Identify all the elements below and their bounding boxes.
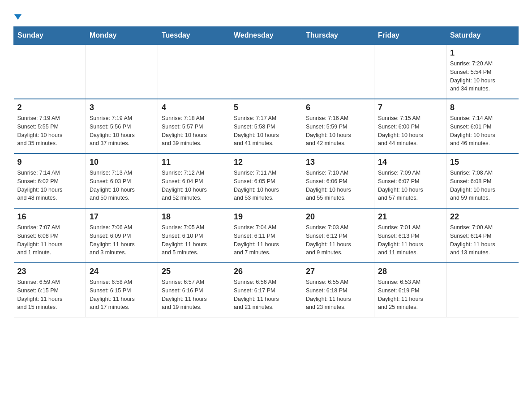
cell-info-text: Sunrise: 7:07 AMSunset: 6:08 PMDaylight:… (17, 223, 82, 257)
calendar-cell (86, 44, 158, 99)
calendar-cell: 1Sunrise: 7:20 AMSunset: 5:54 PMDaylight… (446, 44, 519, 99)
calendar-cell: 20Sunrise: 7:03 AMSunset: 6:12 PMDayligh… (302, 208, 374, 263)
calendar-cell: 19Sunrise: 7:04 AMSunset: 6:11 PMDayligh… (230, 208, 302, 263)
logo (13, 9, 21, 22)
cell-info-text: Sunrise: 7:03 AMSunset: 6:12 PMDaylight:… (306, 223, 370, 257)
cell-info-text: Sunrise: 7:18 AMSunset: 5:57 PMDaylight:… (162, 114, 226, 148)
cell-day-number: 27 (306, 267, 370, 276)
calendar-cell (446, 263, 519, 317)
calendar-cell: 9Sunrise: 7:14 AMSunset: 6:02 PMDaylight… (14, 154, 86, 208)
cell-info-text: Sunrise: 7:11 AMSunset: 6:05 PMDaylight:… (234, 169, 298, 202)
cell-info-text: Sunrise: 6:55 AMSunset: 6:18 PMDaylight:… (306, 278, 370, 312)
calendar-cell: 8Sunrise: 7:14 AMSunset: 6:01 PMDaylight… (446, 99, 519, 154)
logo-text (13, 11, 21, 22)
cell-info-text: Sunrise: 7:14 AMSunset: 6:01 PMDaylight:… (450, 114, 515, 148)
cell-day-number: 3 (90, 103, 154, 112)
calendar-table: SundayMondayTuesdayWednesdayThursdayFrid… (13, 26, 519, 317)
cell-info-text: Sunrise: 6:56 AMSunset: 6:17 PMDaylight:… (234, 278, 298, 312)
cell-info-text: Sunrise: 7:14 AMSunset: 6:02 PMDaylight:… (17, 169, 82, 202)
cell-day-number: 22 (450, 212, 515, 222)
calendar-cell (374, 44, 446, 99)
calendar-cell: 22Sunrise: 7:00 AMSunset: 6:14 PMDayligh… (446, 208, 519, 263)
cell-info-text: Sunrise: 6:58 AMSunset: 6:15 PMDaylight:… (90, 278, 154, 312)
calendar-cell: 13Sunrise: 7:10 AMSunset: 6:06 PMDayligh… (302, 154, 374, 208)
day-header-sunday: Sunday (14, 27, 86, 45)
calendar-cell: 7Sunrise: 7:15 AMSunset: 6:00 PMDaylight… (374, 99, 446, 154)
calendar-cell: 26Sunrise: 6:56 AMSunset: 6:17 PMDayligh… (230, 263, 302, 317)
calendar-week-3: 16Sunrise: 7:07 AMSunset: 6:08 PMDayligh… (14, 208, 519, 263)
day-header-friday: Friday (374, 27, 446, 45)
calendar-cell: 15Sunrise: 7:08 AMSunset: 6:08 PMDayligh… (446, 154, 519, 208)
cell-info-text: Sunrise: 7:19 AMSunset: 5:56 PMDaylight:… (90, 114, 154, 148)
calendar-cell (158, 44, 230, 99)
calendar-body: 1Sunrise: 7:20 AMSunset: 5:54 PMDaylight… (14, 44, 519, 317)
calendar-week-4: 23Sunrise: 6:59 AMSunset: 6:15 PMDayligh… (14, 263, 519, 317)
cell-day-number: 1 (450, 48, 515, 58)
cell-day-number: 10 (90, 158, 154, 167)
calendar-cell: 25Sunrise: 6:57 AMSunset: 6:16 PMDayligh… (158, 263, 230, 317)
day-header-saturday: Saturday (446, 27, 519, 45)
cell-day-number: 2 (17, 103, 82, 112)
cell-info-text: Sunrise: 6:59 AMSunset: 6:15 PMDaylight:… (17, 278, 82, 312)
cell-info-text: Sunrise: 6:57 AMSunset: 6:16 PMDaylight:… (162, 278, 226, 312)
calendar-cell: 10Sunrise: 7:13 AMSunset: 6:03 PMDayligh… (86, 154, 158, 208)
cell-info-text: Sunrise: 6:53 AMSunset: 6:19 PMDaylight:… (378, 278, 442, 312)
cell-info-text: Sunrise: 7:19 AMSunset: 5:55 PMDaylight:… (17, 114, 82, 148)
cell-day-number: 24 (90, 267, 154, 276)
day-header-monday: Monday (86, 27, 158, 45)
calendar-cell: 14Sunrise: 7:09 AMSunset: 6:07 PMDayligh… (374, 154, 446, 208)
calendar-week-1: 2Sunrise: 7:19 AMSunset: 5:55 PMDaylight… (14, 99, 519, 154)
calendar-week-2: 9Sunrise: 7:14 AMSunset: 6:02 PMDaylight… (14, 154, 519, 208)
cell-day-number: 21 (378, 212, 442, 222)
cell-day-number: 13 (306, 158, 370, 167)
cell-info-text: Sunrise: 7:06 AMSunset: 6:09 PMDaylight:… (90, 223, 154, 257)
logo-triangle-icon (14, 14, 21, 20)
cell-day-number: 20 (306, 212, 370, 222)
calendar-cell: 4Sunrise: 7:18 AMSunset: 5:57 PMDaylight… (158, 99, 230, 154)
cell-info-text: Sunrise: 7:05 AMSunset: 6:10 PMDaylight:… (162, 223, 226, 257)
cell-info-text: Sunrise: 7:10 AMSunset: 6:06 PMDaylight:… (306, 169, 370, 202)
cell-day-number: 9 (17, 158, 82, 167)
cell-info-text: Sunrise: 7:20 AMSunset: 5:54 PMDaylight:… (450, 60, 515, 93)
calendar-cell: 12Sunrise: 7:11 AMSunset: 6:05 PMDayligh… (230, 154, 302, 208)
cell-day-number: 23 (17, 267, 82, 276)
cell-day-number: 17 (90, 212, 154, 222)
day-header-wednesday: Wednesday (230, 27, 302, 45)
cell-day-number: 8 (450, 103, 515, 112)
cell-info-text: Sunrise: 7:16 AMSunset: 5:59 PMDaylight:… (306, 114, 370, 148)
cell-info-text: Sunrise: 7:09 AMSunset: 6:07 PMDaylight:… (378, 169, 442, 202)
cell-day-number: 25 (162, 267, 226, 276)
calendar-cell: 24Sunrise: 6:58 AMSunset: 6:15 PMDayligh… (86, 263, 158, 317)
cell-day-number: 14 (378, 158, 442, 167)
calendar-cell: 23Sunrise: 6:59 AMSunset: 6:15 PMDayligh… (14, 263, 86, 317)
calendar-cell (230, 44, 302, 99)
calendar-cell (302, 44, 374, 99)
cell-day-number: 5 (234, 103, 298, 112)
calendar-week-0: 1Sunrise: 7:20 AMSunset: 5:54 PMDaylight… (14, 44, 519, 99)
cell-day-number: 12 (234, 158, 298, 167)
calendar-cell: 2Sunrise: 7:19 AMSunset: 5:55 PMDaylight… (14, 99, 86, 154)
day-header-tuesday: Tuesday (158, 27, 230, 45)
calendar-cell: 3Sunrise: 7:19 AMSunset: 5:56 PMDaylight… (86, 99, 158, 154)
calendar-cell: 18Sunrise: 7:05 AMSunset: 6:10 PMDayligh… (158, 208, 230, 263)
calendar-cell: 6Sunrise: 7:16 AMSunset: 5:59 PMDaylight… (302, 99, 374, 154)
calendar-cell: 16Sunrise: 7:07 AMSunset: 6:08 PMDayligh… (14, 208, 86, 263)
cell-info-text: Sunrise: 7:13 AMSunset: 6:03 PMDaylight:… (90, 169, 154, 202)
calendar-cell: 17Sunrise: 7:06 AMSunset: 6:09 PMDayligh… (86, 208, 158, 263)
cell-info-text: Sunrise: 7:04 AMSunset: 6:11 PMDaylight:… (234, 223, 298, 257)
cell-day-number: 19 (234, 212, 298, 222)
day-header-thursday: Thursday (302, 27, 374, 45)
cell-day-number: 7 (378, 103, 442, 112)
calendar-cell: 21Sunrise: 7:01 AMSunset: 6:13 PMDayligh… (374, 208, 446, 263)
cell-info-text: Sunrise: 7:00 AMSunset: 6:14 PMDaylight:… (450, 223, 515, 257)
cell-day-number: 28 (378, 267, 442, 276)
page-header (13, 9, 519, 22)
cell-day-number: 15 (450, 158, 515, 167)
calendar-cell: 28Sunrise: 6:53 AMSunset: 6:19 PMDayligh… (374, 263, 446, 317)
calendar-header-row: SundayMondayTuesdayWednesdayThursdayFrid… (14, 27, 519, 45)
calendar-cell (14, 44, 86, 99)
cell-info-text: Sunrise: 7:17 AMSunset: 5:58 PMDaylight:… (234, 114, 298, 148)
cell-info-text: Sunrise: 7:01 AMSunset: 6:13 PMDaylight:… (378, 223, 442, 257)
cell-day-number: 16 (17, 212, 82, 222)
calendar-cell: 27Sunrise: 6:55 AMSunset: 6:18 PMDayligh… (302, 263, 374, 317)
